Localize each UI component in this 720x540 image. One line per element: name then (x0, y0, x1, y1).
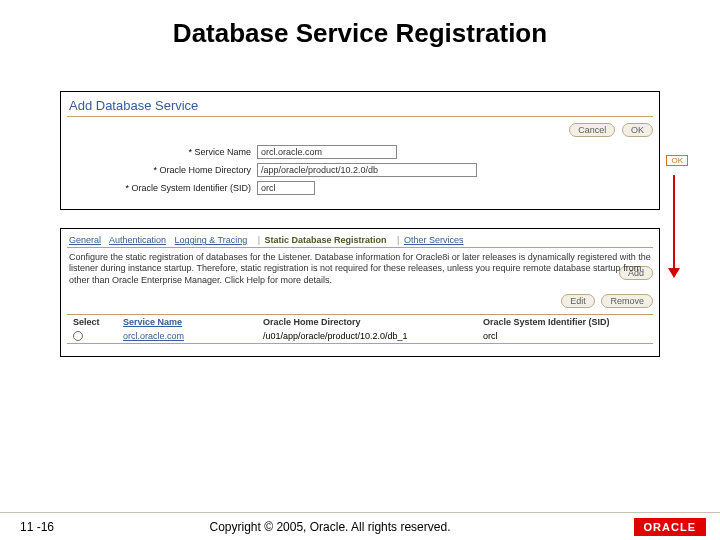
services-table: Select Service Name Oracle Home Director… (67, 314, 653, 345)
table-row: orcl.oracle.com /u01/app/oracle/product/… (67, 329, 653, 344)
tab-separator: | (258, 235, 260, 245)
copyright-text: Copyright © 2005, Oracle. All rights res… (80, 520, 580, 534)
footer: 11 -16 Copyright © 2005, Oracle. All rig… (0, 512, 720, 540)
tab-bar: General Authentication Logging & Tracing… (67, 233, 653, 248)
page-number: 11 -16 (0, 520, 80, 534)
tab-static-registration[interactable]: Static Database Registration (265, 235, 387, 245)
registration-description: Configure the static registration of dat… (67, 250, 653, 292)
form-row-sid: * Oracle System Identifier (SID) (67, 179, 653, 197)
tab-authentication[interactable]: Authentication (109, 235, 166, 245)
add-database-service-panel: Add Database Service Cancel OK * Service… (60, 91, 660, 210)
registration-panel: General Authentication Logging & Tracing… (60, 228, 660, 357)
oracle-home-input[interactable] (257, 163, 477, 177)
col-oracle-home[interactable]: Oracle Home Directory (257, 314, 477, 329)
add-panel-button-row: Cancel OK (67, 121, 653, 143)
sid-label-text: Oracle System Identifier (SID) (131, 183, 251, 193)
col-service-name[interactable]: Service Name (117, 314, 257, 329)
cancel-button[interactable]: Cancel (569, 123, 615, 137)
ok-button[interactable]: OK (622, 123, 653, 137)
sid-label: * Oracle System Identifier (SID) (67, 183, 257, 193)
form-row-service-name: * Service Name (67, 143, 653, 161)
oracle-home-label-text: Oracle Home Directory (159, 165, 251, 175)
col-sid[interactable]: Oracle System Identifier (SID) (477, 314, 653, 329)
footer-logo-wrap: ORACLE (580, 518, 720, 536)
cell-select (67, 329, 117, 344)
oracle-logo: ORACLE (634, 518, 706, 536)
tab-other-services[interactable]: Other Services (404, 235, 464, 245)
col-select[interactable]: Select (67, 314, 117, 329)
cell-sid: orcl (477, 329, 653, 344)
registration-button-row: Edit Remove Add (67, 292, 653, 314)
tab-general[interactable]: General (69, 235, 101, 245)
service-name-label-text: Service Name (194, 147, 251, 157)
service-name-input[interactable] (257, 145, 397, 159)
oracle-home-label: * Oracle Home Directory (67, 165, 257, 175)
form-row-oracle-home: * Oracle Home Directory (67, 161, 653, 179)
table-header-row: Select Service Name Oracle Home Director… (67, 314, 653, 329)
tab-logging-tracing[interactable]: Logging & Tracing (175, 235, 248, 245)
cell-service-name[interactable]: orcl.oracle.com (117, 329, 257, 344)
cell-oracle-home: /u01/app/oracle/product/10.2.0/db_1 (257, 329, 477, 344)
add-panel-heading: Add Database Service (67, 96, 653, 117)
select-radio[interactable] (73, 331, 83, 341)
arrow-icon (673, 175, 675, 270)
remove-button[interactable]: Remove (601, 294, 653, 308)
tab-separator-2: | (397, 235, 399, 245)
service-name-label: * Service Name (67, 147, 257, 157)
ok-callout-badge: OK (666, 155, 688, 166)
edit-button[interactable]: Edit (561, 294, 595, 308)
slide-title: Database Service Registration (0, 0, 720, 91)
sid-input[interactable] (257, 181, 315, 195)
